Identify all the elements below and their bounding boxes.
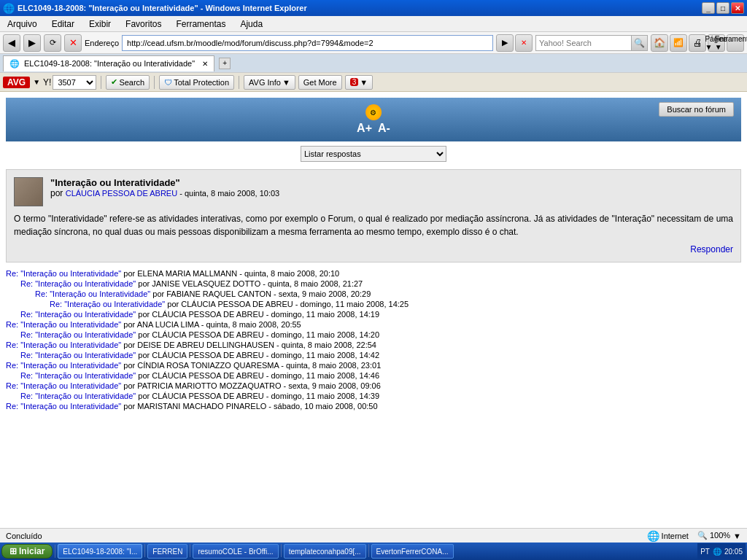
menu-arquivo[interactable]: Arquivo xyxy=(3,18,42,31)
shield-icon: 🛡 xyxy=(164,78,172,87)
close-button[interactable]: ✕ xyxy=(731,2,744,14)
menu-exibir[interactable]: Exibir xyxy=(85,18,115,31)
forward-button[interactable]: ▶ xyxy=(23,34,41,52)
reply-meta: por CLÁUCIA PESSOA DE ABREU - domingo, 1… xyxy=(136,310,379,319)
post-author-link[interactable]: CLÁUCIA PESSOA DE ABREU xyxy=(66,189,177,198)
avg-total-protection-button[interactable]: 🛡 Total Protection xyxy=(159,75,234,90)
menu-ferramentas[interactable]: Ferramentas xyxy=(171,18,230,31)
yahoo-search-button[interactable]: 🔍 xyxy=(631,36,647,50)
reply-thread-link[interactable]: Re: "Interação ou Interatividade" xyxy=(20,310,136,319)
taskbar-item-2[interactable]: resumoCOLE - BrOffi... xyxy=(193,544,278,559)
reply-link[interactable]: Responder xyxy=(690,244,733,254)
refresh-page-button[interactable]: ▶ xyxy=(496,34,514,52)
status-right: 🌐 Internet 🔍 100% ▼ xyxy=(647,530,741,542)
reply-thread-link[interactable]: Re: "Interação ou Interatividade" xyxy=(6,381,121,390)
status-bar: Concluído 🌐 Internet 🔍 100% ▼ xyxy=(0,528,747,542)
reply-thread-link[interactable]: Re: "Interação ou Interatividade" xyxy=(6,341,121,349)
reply-thread-link[interactable]: Re: "Interação ou Interatividade" xyxy=(50,300,165,308)
url-input[interactable] xyxy=(122,35,493,51)
tabs-bar: 🌐 ELC1049-18-2008: "Interação ou Interat… xyxy=(0,54,747,73)
taskbar-item-1[interactable]: FERREN xyxy=(147,544,187,559)
taskbar-item-3[interactable]: templateconahpa09[... xyxy=(284,544,366,559)
reply-thread-link[interactable]: Re: "Interação ou Interatividade" xyxy=(35,289,150,298)
avg-separator-3 xyxy=(239,76,239,89)
post-by-label: por xyxy=(50,188,66,198)
reply-meta: por PATRICIA MARIOTTO MOZZAQUATRO - sext… xyxy=(121,381,381,390)
title-left: 🌐 ELC1049-18-2008: "Interação ou Interat… xyxy=(3,3,307,14)
active-tab[interactable]: 🌐 ELC1049-18-2008: "Interação ou Interat… xyxy=(3,55,214,71)
reply-thread-link[interactable]: Re: "Interação ou Interatividade" xyxy=(6,320,121,329)
reply-meta: por CLÁUCIA PESSOA DE ABREU - domingo, 1… xyxy=(136,392,379,400)
font-controls: ⚙ A+ A- xyxy=(357,104,390,135)
post-footer: Responder xyxy=(14,244,733,254)
menu-ajuda[interactable]: Ajuda xyxy=(236,18,267,31)
rss-button[interactable]: 📶 xyxy=(670,34,687,52)
taskbar: ⊞ Iniciar ELC1049-18-2008: "I...FERRENre… xyxy=(0,542,747,560)
ie-icon: 🌐 xyxy=(3,3,15,14)
refresh-button[interactable]: ⟳ xyxy=(44,34,61,52)
print-button[interactable]: 🖨 xyxy=(689,34,706,52)
reply-thread-link[interactable]: Re: "Interação ou Interatividade" xyxy=(6,402,121,411)
status-text: Concluído xyxy=(6,532,641,540)
avg-extra-arrow: ▼ xyxy=(360,78,368,87)
minimize-button[interactable]: _ xyxy=(702,2,715,14)
zone-label: Internet xyxy=(662,532,689,540)
tab-close-icon[interactable]: ✕ xyxy=(202,60,208,68)
zoom-level: 🔍 100% xyxy=(697,531,730,540)
menu-editar[interactable]: Editar xyxy=(47,18,79,31)
avg-search-button[interactable]: ✔ Search xyxy=(106,75,150,90)
reply-thread-link[interactable]: Re: "Interação ou Interatividade" xyxy=(20,330,136,339)
avg-score-section: Y! 3507 xyxy=(43,75,96,90)
reply-item: Re: "Interação ou Interatividade" por MA… xyxy=(6,401,741,411)
ferramentas-button[interactable]: Ferramentas ▼ xyxy=(727,34,744,52)
buscar-button[interactable]: Buscar no fórum xyxy=(659,102,734,117)
avg-get-more-button[interactable]: Get More xyxy=(298,75,342,90)
post-header: "Interação ou Interatividade" por CLÁUCI… xyxy=(14,177,733,206)
font-decrease-button[interactable]: A- xyxy=(378,122,390,135)
font-increase-button[interactable]: A+ xyxy=(357,122,372,135)
stop-button[interactable]: ✕ xyxy=(64,34,82,52)
taskbar-sep-2 xyxy=(281,544,282,557)
reply-meta: por CLÁUCIA PESSOA DE ABREU - domingo, 1… xyxy=(136,371,379,380)
restore-button[interactable]: □ xyxy=(716,2,729,14)
avg-total-protection-label: Total Protection xyxy=(174,78,229,87)
tray-time: 20:05 xyxy=(724,548,743,556)
reply-item: Re: "Interação ou Interatividade" por CL… xyxy=(6,350,741,360)
back-button[interactable]: ◀ xyxy=(3,34,20,52)
zoom-arrow[interactable]: ▼ xyxy=(733,532,741,540)
avg-search-label: Search xyxy=(119,78,144,87)
taskbar-item-0[interactable]: ELC1049-18-2008: "I... xyxy=(58,544,142,559)
taskbar-sep-0 xyxy=(144,544,145,557)
yahoo-y-icon: Y! xyxy=(43,77,51,88)
taskbar-items: ELC1049-18-2008: "I...FERRENresumoCOLE -… xyxy=(58,544,696,559)
reply-thread-link[interactable]: Re: "Interação ou Interatividade" xyxy=(20,392,136,400)
reply-meta: por CLÁUCIA PESSOA DE ABREU - domingo, 1… xyxy=(136,351,379,359)
system-tray: PT 🌐 20:05 xyxy=(697,543,746,559)
reply-thread-link[interactable]: Re: "Interação ou Interatividade" xyxy=(20,351,136,359)
taskbar-item-4[interactable]: EvertonFerrerCONA... xyxy=(371,544,454,559)
avg-score-dropdown[interactable]: 3507 xyxy=(53,75,96,90)
ie-zone-icon: 🌐 xyxy=(647,530,659,542)
avg-info-button[interactable]: AVG Info ▼ xyxy=(244,75,295,90)
menu-favoritos[interactable]: Favoritos xyxy=(121,18,166,31)
avg-dropdown-arrow[interactable]: ▼ xyxy=(33,78,40,86)
reply-thread-link[interactable]: Re: "Interação ou Interatividade" xyxy=(20,371,136,380)
avg-extra-button[interactable]: 3 ▼ xyxy=(345,75,373,90)
reply-item: Re: "Interação ou Interatividade" por AN… xyxy=(6,319,741,330)
reply-item: Re: "Interação ou Interatividade" por CL… xyxy=(6,299,741,309)
start-button[interactable]: ⊞ Iniciar xyxy=(1,544,53,559)
stop-page-button[interactable]: ✕ xyxy=(515,34,533,52)
home-button[interactable]: 🏠 xyxy=(651,34,668,52)
taskbar-separator xyxy=(55,545,55,558)
yahoo-search-input[interactable] xyxy=(536,39,631,47)
new-tab-button[interactable]: + xyxy=(219,58,231,69)
reply-thread-link[interactable]: Re: "Interação ou Interatividade" xyxy=(20,279,136,288)
reply-thread-link[interactable]: Re: "Interação ou Interatividade" xyxy=(6,361,121,370)
reply-item: Re: "Interação ou Interatividade" por CL… xyxy=(6,330,741,340)
post-body: O termo "Interatividade" refere-se as at… xyxy=(14,212,733,238)
reply-item: Re: "Interação ou Interatividade" por CL… xyxy=(6,391,741,401)
reply-thread-link[interactable]: Re: "Interação ou Interatividade" xyxy=(6,269,121,278)
display-mode-select[interactable]: Listar respostas xyxy=(301,146,446,162)
avg-info-arrow: ▼ xyxy=(282,78,290,87)
avg-info-label: AVG Info xyxy=(249,78,281,87)
